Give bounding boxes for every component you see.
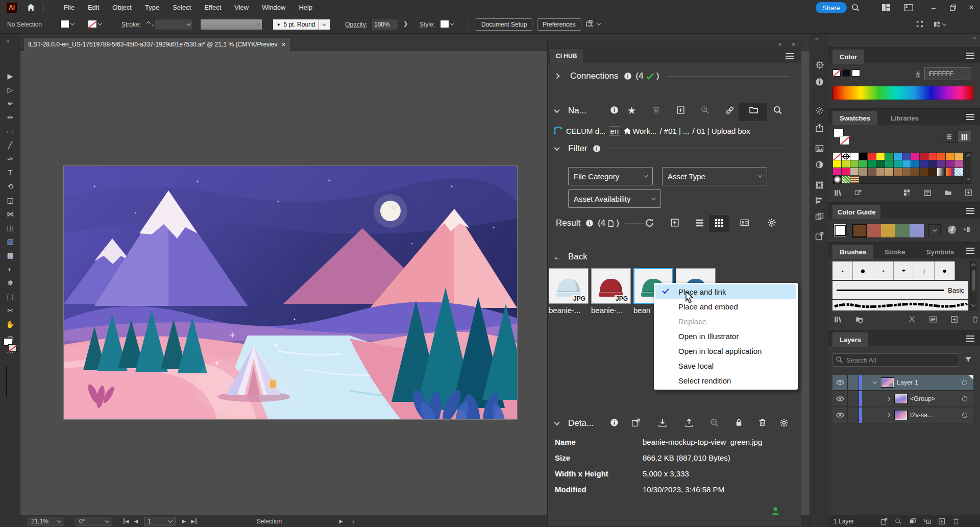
- tool-icon[interactable]: ▢: [0, 290, 20, 303]
- context-menu-item[interactable]: Select rendition: [655, 373, 796, 388]
- swatch[interactable]: [885, 168, 894, 176]
- draw-mode-normal-button[interactable]: [6, 367, 7, 376]
- expand-caret-icon[interactable]: [886, 413, 890, 417]
- layer-target-circle[interactable]: [962, 396, 967, 401]
- swatch[interactable]: [868, 168, 876, 176]
- tool-icon[interactable]: ▷: [0, 83, 20, 97]
- menu-item[interactable]: Edit: [82, 2, 105, 13]
- color-wheel-icon[interactable]: [947, 225, 957, 235]
- swatch[interactable]: [850, 176, 859, 183]
- expand-caret-icon[interactable]: [873, 379, 877, 384]
- color-guide-menu-icon[interactable]: [966, 210, 974, 211]
- swatch[interactable]: [928, 160, 937, 168]
- context-menu-item[interactable]: Place and embed: [655, 299, 796, 314]
- swatch[interactable]: [920, 153, 928, 160]
- restore-button[interactable]: [944, 0, 962, 15]
- scroll-left-icon[interactable]: ‹: [352, 517, 355, 525]
- tool-icon[interactable]: ✋: [0, 318, 20, 331]
- swatch-libraries-icon[interactable]: [834, 189, 842, 197]
- align-panel-icon[interactable]: [815, 196, 824, 205]
- swatch-themes-icon[interactable]: [854, 189, 862, 197]
- context-menu-item[interactable]: Place and link: [655, 284, 796, 299]
- stroke-label[interactable]: Stroke:: [121, 21, 141, 28]
- swatches-fill-stroke-indicator[interactable]: [834, 129, 851, 146]
- card-view-icon[interactable]: [740, 218, 750, 227]
- new-sublayer-icon[interactable]: [923, 518, 931, 525]
- document-tab[interactable]: ILST-28.0.0-en_US-17519788-5f63-45f0-a33…: [23, 37, 290, 51]
- menu-item[interactable]: Object: [107, 2, 137, 13]
- brush-item[interactable]: |: [914, 261, 935, 280]
- harmony-swatch[interactable]: [852, 224, 867, 237]
- image-panel-icon[interactable]: [815, 144, 824, 153]
- mask-circle-icon[interactable]: [815, 160, 824, 169]
- layer-name[interactable]: Layer 1: [897, 379, 918, 386]
- list-view-icon[interactable]: [695, 218, 704, 228]
- layer-thumbnail[interactable]: [881, 378, 894, 387]
- details-section-header[interactable]: Deta...: [555, 418, 594, 428]
- layer-name[interactable]: t2v-sa...: [910, 412, 933, 419]
- info-icon[interactable]: [624, 72, 632, 80]
- favorites-star-icon[interactable]: ★: [627, 105, 636, 116]
- first-artboard-icon[interactable]: ◀: [124, 518, 129, 524]
- adjustments-sun-icon[interactable]: [815, 106, 824, 115]
- menu-item[interactable]: File: [58, 2, 80, 13]
- preferences-button[interactable]: Preferences: [537, 18, 581, 31]
- brush-item[interactable]: ●: [832, 261, 853, 280]
- tab-stroke[interactable]: Stroke: [877, 245, 912, 259]
- swatch-grid-view-button[interactable]: [957, 131, 971, 143]
- swatch[interactable]: [850, 168, 859, 176]
- swatch[interactable]: [946, 168, 954, 176]
- tool-icon[interactable]: ▭: [0, 125, 20, 138]
- document-setup-button[interactable]: Document Setup: [476, 18, 532, 31]
- swatch[interactable]: [859, 160, 868, 168]
- delete-icon[interactable]: [652, 106, 660, 114]
- close-tab-icon[interactable]: ×: [282, 40, 286, 49]
- swatch[interactable]: [859, 153, 868, 160]
- download-icon[interactable]: [658, 418, 667, 427]
- swatch[interactable]: [937, 168, 946, 176]
- style-dropdown[interactable]: [440, 20, 454, 28]
- expand-caret-icon[interactable]: [886, 397, 890, 401]
- tool-icon[interactable]: ✏: [0, 111, 20, 124]
- open-external-icon[interactable]: [631, 418, 640, 427]
- filter-section-header[interactable]: Filter: [555, 143, 790, 154]
- tool-icon[interactable]: ✒: [0, 97, 20, 110]
- new-brush-icon[interactable]: [950, 316, 958, 323]
- hex-value-input[interactable]: [924, 67, 971, 80]
- cc-libraries-brush-icon[interactable]: [855, 316, 864, 323]
- swatch-list-view-button[interactable]: [942, 131, 956, 143]
- panel-close-icon[interactable]: ×: [792, 41, 795, 48]
- brush-item[interactable]: ●: [853, 261, 873, 280]
- upload-icon[interactable]: [684, 418, 694, 427]
- artboards-panel-icon[interactable]: [815, 212, 824, 221]
- swatch[interactable]: [868, 153, 876, 160]
- last-artboard-icon[interactable]: ▶: [191, 518, 197, 524]
- info-icon[interactable]: [610, 106, 619, 114]
- swatch[interactable]: [954, 153, 963, 160]
- breadcrumb-leaf[interactable]: / 01 | Upload box: [693, 127, 750, 135]
- delete-layer-icon[interactable]: [952, 518, 960, 525]
- info-icon[interactable]: [610, 418, 619, 427]
- harmony-rules-dropdown[interactable]: [928, 224, 941, 236]
- rotation-dropdown[interactable]: 0°: [76, 517, 112, 526]
- swatch[interactable]: [902, 168, 911, 176]
- brush-definition-dropdown[interactable]: ● 5 pt. Round: [273, 19, 330, 30]
- connections-section-header[interactable]: Connections (4 ): [555, 71, 790, 81]
- swatch[interactable]: [911, 160, 920, 168]
- visibility-eye-icon[interactable]: [832, 408, 848, 423]
- draw-mode-inside-button[interactable]: [6, 387, 7, 396]
- toolbar-collapse-icon[interactable]: »: [6, 38, 9, 44]
- layer-target-circle[interactable]: [962, 413, 967, 418]
- tab-symbols[interactable]: Symbols: [919, 245, 961, 259]
- menu-item[interactable]: Select: [167, 2, 197, 13]
- swatch[interactable]: [946, 160, 954, 168]
- brush-libraries-icon[interactable]: [834, 316, 842, 323]
- save-group-to-swatches-icon[interactable]: [962, 225, 971, 233]
- remove-brush-stroke-icon[interactable]: [908, 316, 916, 323]
- swatch[interactable]: [859, 168, 868, 176]
- home-icon[interactable]: [623, 127, 631, 135]
- breadcrumb-root[interactable]: Work...: [632, 127, 656, 135]
- info-panel-icon[interactable]: [815, 78, 824, 86]
- brushes-scrollbar[interactable]: [970, 261, 976, 310]
- layer-thumbnail[interactable]: [895, 411, 907, 420]
